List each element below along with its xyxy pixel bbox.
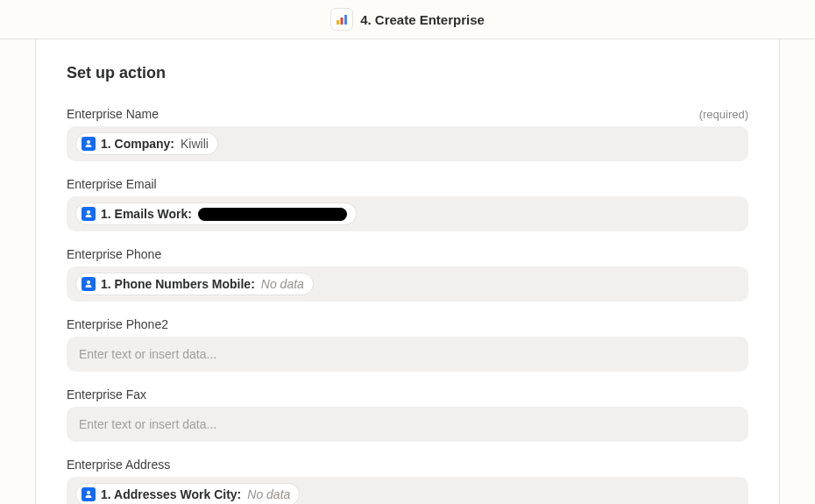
svg-point-5 [87,280,90,284]
field-label: Enterprise Phone2 [67,317,168,331]
svg-rect-0 [337,20,339,25]
field-input[interactable]: 1. Emails Work: [67,196,748,231]
chip-prefix: 1. Company: [101,138,174,150]
field-input[interactable]: Enter text or insert data... [67,407,748,442]
step-title: 4. Create Enterprise [360,12,485,27]
action-panel: Set up action Enterprise Name(required)1… [35,39,780,504]
chip-nodata: No data [261,278,304,290]
chip-value: Kiwili [181,138,209,150]
workspace: Set up action Enterprise Name(required)1… [0,39,815,504]
contact-icon [82,487,96,501]
field-label: Enterprise Phone [67,247,161,261]
app-icon [330,8,353,31]
chip-nodata: No data [247,488,290,500]
step-pill[interactable]: 4. Create Enterprise [330,8,485,31]
redacted-value [198,208,347,221]
svg-rect-1 [341,18,344,25]
svg-rect-2 [344,15,347,25]
value-chip[interactable]: 1. Company: Kiwili [75,132,218,155]
value-chip[interactable]: 1. Phone Numbers Mobile: No data [75,273,314,295]
svg-point-3 [87,140,90,144]
contact-icon [82,277,96,291]
field-input[interactable]: 1. Addresses Work City: No data [67,477,748,504]
chip-prefix: 1. Phone Numbers Mobile: [101,278,255,290]
field-label: Enterprise Fax [67,387,146,401]
svg-point-6 [87,491,90,494]
field-enterprise-address: Enterprise Address1. Addresses Work City… [67,458,748,504]
field-enterprise-email: Enterprise Email1. Emails Work: [67,177,748,231]
field-enterprise-phone: Enterprise Phone1. Phone Numbers Mobile:… [67,247,748,302]
value-chip[interactable]: 1. Addresses Work City: No data [75,483,300,504]
chip-prefix: 1. Emails Work: [101,208,192,220]
field-enterprise-fax: Enterprise FaxEnter text or insert data.… [67,387,748,442]
chip-prefix: 1. Addresses Work City: [101,488,241,500]
required-indicator: (required) [699,108,748,121]
field-input[interactable]: Enter text or insert data... [67,337,748,372]
step-header: 4. Create Enterprise [0,0,815,39]
field-input[interactable]: 1. Phone Numbers Mobile: No data [67,266,748,302]
svg-point-4 [87,210,90,214]
field-label: Enterprise Email [67,177,157,191]
contact-icon [82,207,96,221]
value-chip[interactable]: 1. Emails Work: [75,202,357,225]
field-label: Enterprise Name [67,107,159,121]
section-title: Set up action [67,64,748,82]
field-label: Enterprise Address [67,458,170,472]
field-enterprise-phone2: Enterprise Phone2Enter text or insert da… [67,317,748,372]
field-input[interactable]: 1. Company: Kiwili [67,126,748,161]
field-enterprise-name: Enterprise Name(required)1. Company: Kiw… [67,107,748,161]
contact-icon [82,137,96,151]
